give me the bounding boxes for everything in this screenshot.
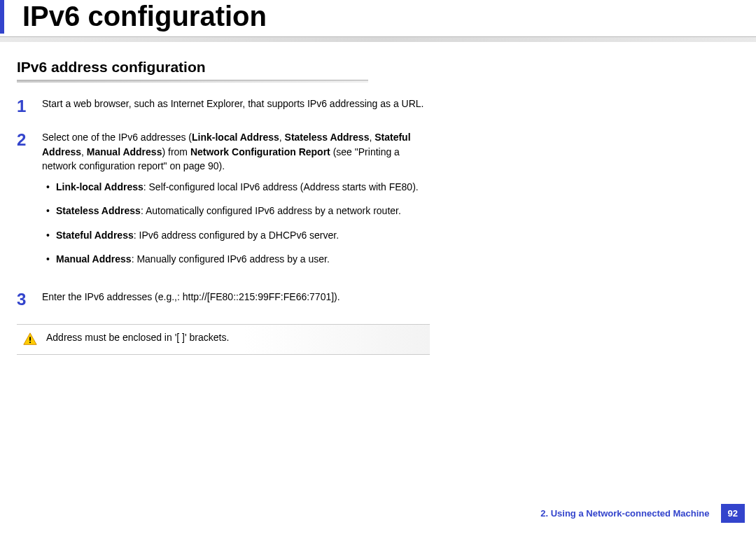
text-bold: Stateful Address — [56, 230, 134, 241]
text-bold: Link-local Address — [56, 181, 144, 192]
step-text: Start a web browser, such as Internet Ex… — [42, 97, 433, 111]
text-bold: Manual Address — [56, 253, 132, 265]
title-block: IPv6 configuration — [0, 0, 756, 34]
list-item: Link-local Address: Self-configured loca… — [56, 180, 433, 194]
text-run: : Automatically configured IPv6 address … — [141, 205, 401, 216]
text-run: Select one of the IPv6 addresses ( — [42, 132, 192, 143]
list-item: Stateless Address: Automatically configu… — [56, 204, 433, 218]
text-run: : IPv6 address configured by a DHCPv6 se… — [134, 230, 339, 241]
section-heading: IPv6 address configuration — [17, 59, 756, 76]
note-text: Address must be enclosed in '[ ]' bracke… — [46, 332, 229, 343]
page-title: IPv6 configuration — [22, 0, 756, 34]
text-run: , — [81, 146, 87, 157]
list-item: Manual Address: Manually configured IPv6… — [56, 252, 433, 266]
bullet-list: Link-local Address: Self-configured loca… — [42, 180, 433, 266]
text-bold: Manual Address — [87, 146, 162, 157]
text-run: ) from — [162, 146, 190, 157]
footer-page-number: 92 — [721, 504, 745, 523]
footer-chapter: 2. Using a Network-connected Machine — [533, 504, 716, 523]
text-bold: Stateless Address — [285, 132, 370, 143]
content-column: 1 Start a web browser, such as Internet … — [17, 97, 433, 310]
list-item: Stateful Address: IPv6 address configure… — [56, 228, 433, 242]
step-3: 3 Enter the IPv6 addresses (e.g.,: http:… — [17, 290, 433, 309]
step-number: 2 — [17, 130, 42, 148]
page-footer: 2. Using a Network-connected Machine 92 — [533, 504, 745, 523]
step-text: Enter the IPv6 addresses (e.g.,: http://… — [42, 290, 433, 304]
note-box: Address must be enclosed in '[ ]' bracke… — [17, 324, 430, 355]
svg-rect-1 — [29, 337, 31, 341]
step-body: Select one of the IPv6 addresses (Link-l… — [42, 130, 433, 276]
text-bold: Stateless Address — [56, 205, 141, 216]
text-run: : Manually configured IPv6 address by a … — [132, 253, 330, 265]
text-run: : Self-configured local IPv6 address (Ad… — [144, 181, 419, 192]
warning-icon — [22, 332, 38, 347]
title-divider — [0, 36, 756, 42]
text-bold: Network Configuration Report — [190, 146, 330, 157]
text-run: , — [279, 132, 285, 143]
step-body: Start a web browser, such as Internet Ex… — [42, 97, 433, 116]
step-2: 2 Select one of the IPv6 addresses (Link… — [17, 130, 433, 276]
step-text: Select one of the IPv6 addresses (Link-l… — [42, 130, 433, 173]
step-number: 3 — [17, 290, 42, 308]
step-body: Enter the IPv6 addresses (e.g.,: http://… — [42, 290, 433, 309]
section-divider — [17, 80, 368, 83]
text-bold: Link-local Address — [192, 132, 279, 143]
step-1: 1 Start a web browser, such as Internet … — [17, 97, 433, 116]
svg-rect-2 — [29, 342, 31, 343]
step-number: 1 — [17, 97, 42, 115]
